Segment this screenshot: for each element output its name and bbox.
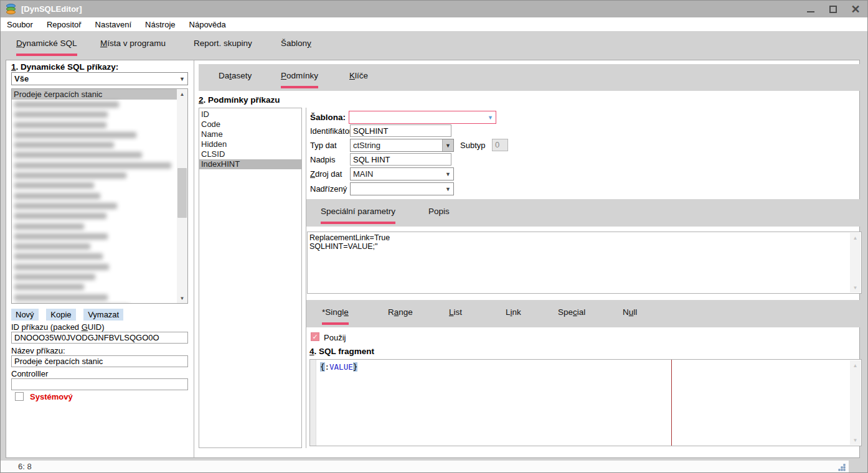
scroll-down-icon[interactable]: ▼	[850, 283, 861, 293]
editor-gutter	[310, 360, 316, 446]
tab-specialni-parametry[interactable]: Speciální parametry	[321, 207, 395, 224]
scrollbar-thumb[interactable]	[177, 168, 187, 218]
app-database-icon	[5, 4, 16, 15]
panel-divider	[194, 60, 194, 458]
minimize-button[interactable]	[804, 2, 818, 16]
system-checkbox[interactable]	[15, 392, 24, 401]
close-button[interactable]: ✕	[849, 2, 862, 16]
pouzij-checkbox[interactable]: ✓	[311, 332, 319, 341]
tab-dynamicke-sql[interactable]: Dynamické SQL	[16, 39, 77, 56]
tab-report-skupiny[interactable]: Report. skupiny	[194, 39, 252, 54]
datasource-label: Zdroj dat	[310, 169, 342, 179]
copy-button[interactable]: Kopie	[46, 309, 75, 321]
menu-nastroje[interactable]: Nástroje	[144, 19, 181, 30]
minimize-icon	[807, 11, 814, 12]
chevron-down-icon: ▼	[488, 115, 493, 121]
menu-soubor[interactable]: Soubor	[6, 19, 39, 30]
tab-special[interactable]: Special	[558, 307, 585, 322]
special-params-textarea[interactable]: ReplacementLink=True SQLHINT=VALUE;" ▲ ▼	[307, 232, 862, 294]
detail-tab-bar: Datasety Podmínky Klíče	[199, 64, 860, 91]
tab-mista-v-programu[interactable]: Místa v programu	[100, 39, 166, 54]
system-checkbox-label: Systémový	[30, 392, 73, 401]
identifier-label: Identifikátor	[310, 126, 352, 136]
tab-single[interactable]: *Single	[322, 307, 349, 325]
scroll-down-icon[interactable]: ▼	[177, 293, 187, 303]
sql-command-list[interactable]: Prodeje čerpacích stanic ▲ ▼	[11, 88, 188, 304]
datasource-dropdown-value: MAIN	[353, 169, 374, 179]
new-button[interactable]: Nový	[11, 309, 39, 321]
identifier-field[interactable]	[350, 124, 451, 137]
param-scrollbar[interactable]: ▲ ▼	[850, 233, 861, 293]
window-title: [DynSQLEditor]	[21, 4, 82, 14]
tab-popis[interactable]: Popis	[428, 207, 450, 222]
template-combobox[interactable]: ▼	[349, 111, 496, 124]
condition-properties-list[interactable]: ID Code Name Hidden CLSID IndexHINT	[199, 108, 302, 448]
main-tab-bar: Dynamické SQL Místa v programu Report. s…	[1, 31, 867, 60]
subtype-label: Subtyp	[460, 141, 485, 150]
tab-link[interactable]: Link	[506, 307, 521, 322]
caption-label: Nadpis	[310, 155, 335, 164]
command-list-scrollbar[interactable]: ▲ ▼	[177, 89, 187, 303]
pouzij-checkbox-label: Použij	[324, 333, 346, 342]
maximize-icon	[829, 6, 837, 13]
list-item[interactable]: Hidden	[199, 139, 301, 149]
status-bar: 6: 8	[1, 461, 849, 472]
filter-combobox[interactable]: Vše ▼	[11, 72, 188, 85]
datatype-dropdown-value: ctString	[353, 141, 380, 150]
chevron-down-icon[interactable]: ▼	[442, 139, 453, 151]
datasource-dropdown[interactable]: MAIN ▼	[350, 167, 454, 180]
sql-fragment-editor[interactable]: {:VALUE} ▲ ▼	[309, 359, 862, 446]
app-window: [DynSQLEditor] ✕ Soubor Repositoř Nastav…	[0, 0, 868, 473]
menu-bar: Soubor Repositoř Nastavení Nástroje Nápo…	[1, 17, 867, 31]
special-params-text: ReplacementLink=True SQLHINT=VALUE;"	[309, 233, 849, 292]
template-label: Šablona:	[310, 113, 346, 122]
sql-command-list-blurred	[12, 100, 187, 304]
tab-klice[interactable]: Klíče	[349, 71, 368, 86]
subtype-field-disabled: 0	[492, 139, 508, 151]
list-item-selected[interactable]: Prodeje čerpacích stanic	[12, 89, 177, 100]
datatype-label: Typ dat	[310, 141, 337, 150]
list-item[interactable]: CLSID	[199, 149, 301, 159]
controller-label: Controlller	[11, 369, 48, 378]
scroll-up-icon[interactable]: ▲	[850, 360, 861, 370]
list-item[interactable]: Name	[199, 129, 301, 139]
scroll-up-icon[interactable]: ▲	[177, 89, 187, 99]
datatype-dropdown[interactable]: ctString ▼	[350, 139, 454, 152]
sql-fragment-heading: 4. SQL fragment	[309, 347, 374, 356]
scroll-down-icon[interactable]: ▼	[850, 435, 861, 445]
parent-label: Nadřízený	[310, 184, 347, 194]
editor-code-line: {:VALUE}	[320, 362, 357, 372]
caption-field[interactable]	[350, 153, 451, 166]
sidebar-heading: 1. Dynamické SQL příkazy:	[11, 62, 118, 72]
cursor-position: 6: 8	[18, 462, 32, 471]
menu-repositor[interactable]: Repositoř	[45, 19, 88, 30]
check-icon: ✓	[312, 333, 318, 340]
list-item[interactable]: Code	[199, 119, 301, 129]
condition-type-tab-bar: *Single Range List Link Special Null	[306, 300, 860, 327]
controller-field[interactable]	[11, 378, 188, 390]
tab-datasety[interactable]: Datasety	[219, 71, 252, 86]
tab-null[interactable]: Null	[623, 307, 637, 322]
menu-napoveda[interactable]: Nápověda	[188, 19, 232, 30]
menu-nastaveni[interactable]: Nastavení	[94, 19, 138, 30]
resize-grip-icon[interactable]	[836, 462, 845, 471]
tab-sablony[interactable]: Šablony	[281, 39, 311, 54]
filter-combobox-value: Vše	[14, 74, 29, 83]
list-item[interactable]: ID	[199, 110, 301, 119]
delete-button[interactable]: Vymazat	[83, 309, 123, 321]
editor-margin-line	[671, 360, 672, 446]
maximize-button[interactable]	[826, 2, 840, 16]
command-id-label: ID příkazu (packed GUID)	[11, 322, 105, 332]
detail-divider	[306, 108, 306, 448]
tab-podminky[interactable]: Podmínky	[281, 71, 318, 88]
tab-range[interactable]: Range	[388, 307, 413, 322]
chevron-down-icon: ▼	[445, 186, 451, 192]
command-name-field[interactable]	[11, 355, 188, 367]
tab-list[interactable]: List	[449, 307, 462, 322]
close-icon: ✕	[851, 4, 860, 15]
command-id-field[interactable]	[11, 332, 188, 344]
list-item-selected[interactable]: IndexHINT	[199, 159, 301, 169]
editor-scrollbar[interactable]: ▲ ▼	[850, 360, 861, 445]
scroll-up-icon[interactable]: ▲	[850, 233, 861, 243]
parent-dropdown[interactable]: ▼	[350, 182, 454, 195]
